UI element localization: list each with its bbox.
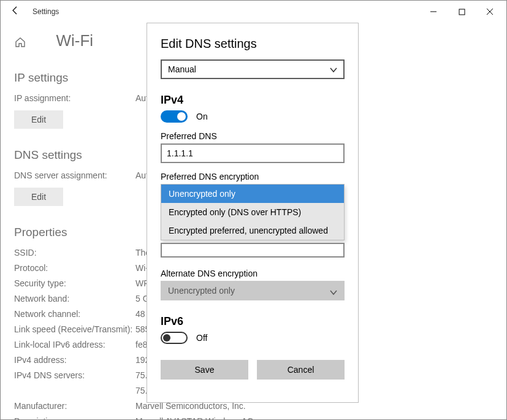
- ip-assignment-label: IP assignment:: [14, 93, 135, 103]
- preferred-dns-input[interactable]: [161, 143, 345, 163]
- title-bar: Settings: [1, 1, 506, 23]
- preferred-dns-label: Preferred DNS: [161, 131, 345, 141]
- ipv4-heading: IPv4: [161, 94, 345, 107]
- ipv6-toggle-label: Off: [196, 333, 207, 343]
- property-value: Marvell AVASTAR Wireless-AC: [135, 416, 253, 420]
- encryption-option[interactable]: Unencrypted only: [161, 185, 344, 203]
- alternate-dns-encryption-select[interactable]: Unencrypted only: [161, 281, 345, 300]
- property-key: Protocol:: [14, 263, 135, 273]
- dns-assignment-label: DNS server assignment:: [14, 170, 135, 180]
- close-button[interactable]: [476, 2, 504, 21]
- dns-mode-value: Manual: [168, 64, 196, 74]
- dialog-title: Edit DNS settings: [161, 37, 345, 51]
- property-value: 48: [135, 309, 145, 319]
- property-key: IPv4 address:: [14, 355, 135, 365]
- dns-mode-select[interactable]: Manual: [161, 59, 345, 79]
- property-key: Network band:: [14, 294, 135, 304]
- property-row: Description:Marvell AVASTAR Wireless-AC: [14, 416, 493, 420]
- property-key: Manufacturer:: [14, 401, 135, 411]
- alternate-dns-encryption-value: Unencrypted only: [168, 286, 235, 296]
- save-button[interactable]: Save: [161, 360, 248, 380]
- property-key: SSID:: [14, 248, 135, 258]
- alternate-dns-encryption-label: Alternate DNS encryption: [161, 269, 345, 278]
- svg-rect-1: [459, 9, 465, 15]
- edit-dns-dialog: Edit DNS settings Manual IPv4 On Preferr…: [147, 23, 359, 403]
- property-key: Network channel:: [14, 309, 135, 319]
- minimize-icon: [430, 8, 437, 15]
- close-icon: [486, 8, 494, 15]
- dropdown-underlying-input[interactable]: [161, 243, 345, 258]
- chevron-down-icon: [329, 63, 338, 80]
- maximize-icon: [459, 9, 465, 15]
- minimize-button[interactable]: [419, 2, 448, 21]
- ip-edit-button[interactable]: Edit: [14, 110, 63, 129]
- preferred-dns-encryption-label: Preferred DNS encryption: [161, 172, 345, 181]
- encryption-option[interactable]: Encrypted only (DNS over HTTPS): [161, 203, 344, 221]
- property-key: Security type:: [14, 278, 135, 288]
- ipv4-toggle[interactable]: [161, 110, 188, 123]
- maximize-button[interactable]: [448, 2, 476, 21]
- ipv4-toggle-label: On: [196, 112, 208, 121]
- cancel-button[interactable]: Cancel: [257, 360, 345, 380]
- arrow-left-icon: [10, 6, 20, 15]
- home-icon[interactable]: [14, 36, 26, 51]
- ipv6-heading: IPv6: [161, 315, 345, 328]
- property-key: Link-local IPv6 address:: [14, 340, 135, 349]
- chevron-down-icon: [329, 284, 338, 304]
- encryption-option[interactable]: Encrypted preferred, unencrypted allowed: [161, 221, 344, 240]
- preferred-dns-encryption-dropdown[interactable]: Unencrypted onlyEncrypted only (DNS over…: [161, 184, 345, 258]
- dns-edit-button[interactable]: Edit: [14, 188, 63, 206]
- back-button[interactable]: [7, 6, 24, 18]
- property-key: Description:: [14, 416, 135, 420]
- ipv6-toggle[interactable]: [161, 332, 188, 344]
- property-key: IPv4 DNS servers:: [14, 370, 135, 380]
- app-name: Settings: [32, 7, 59, 16]
- property-key: Link speed (Receive/Transmit):: [14, 324, 135, 334]
- page-title: Wi-Fi: [56, 31, 93, 50]
